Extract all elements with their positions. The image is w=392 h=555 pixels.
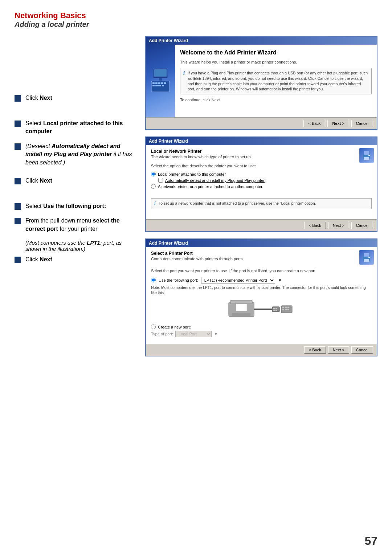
svg-rect-35	[287, 309, 289, 310]
wizard1-titlebar: Add Printer Wizard	[146, 37, 377, 45]
step4-instruction: Click Next	[15, 177, 52, 185]
svg-rect-34	[285, 309, 287, 310]
wizard3-section-title: Select a Printer Port	[151, 251, 372, 256]
step2-text: Select Local printer attached to this co…	[25, 119, 138, 136]
step1-instruction: Click Next	[15, 94, 52, 102]
wizard3-dialog: Add Printer Wizard Select a Printer Port…	[145, 238, 377, 356]
svg-rect-8	[162, 85, 164, 86]
wizard1-content: Welcome to the Add Printer Wizard This w…	[175, 45, 377, 117]
bullet-3	[15, 143, 21, 150]
svg-point-15	[368, 155, 370, 156]
wizard2-option3: A network printer, or a printer attached…	[151, 184, 372, 189]
wizard3-section-subtitle: Computers communicate with printers thro…	[151, 257, 372, 261]
svg-rect-14	[364, 157, 369, 160]
svg-rect-6	[152, 85, 155, 86]
wizard2-section-title: Local or Network Printer	[151, 149, 372, 154]
page-number: 57	[364, 534, 377, 548]
svg-rect-31	[285, 307, 287, 308]
wizard1-next-btn[interactable]: Next >	[327, 120, 349, 127]
wizard2-info-box: i To set up a network printer that is no…	[151, 198, 372, 209]
wizard1-dialog: Add Printer Wizard	[145, 36, 377, 130]
wizard2-next-btn[interactable]: Next >	[328, 222, 349, 229]
svg-rect-30	[282, 307, 284, 308]
svg-rect-17	[364, 253, 369, 257]
wizard1-welcome-title: Welcome to the Add Printer Wizard	[180, 49, 372, 57]
printer-illustration	[151, 298, 372, 320]
step6-instruction: From the pull-down menu select the corre…	[15, 217, 138, 233]
page-subtitle: Adding a local printer	[15, 20, 377, 29]
step8-instruction: Click Next	[15, 256, 138, 264]
wizard2-footer: < Back Next > Cancel	[146, 219, 377, 231]
wizard3-cancel-btn[interactable]: Cancel	[351, 346, 373, 354]
wizard3-titlebar: Add Printer Wizard	[146, 239, 377, 247]
wizard1-back-btn[interactable]: < Back	[303, 120, 325, 127]
wizard1-decorative-svg	[150, 66, 171, 95]
wizard2-back-btn[interactable]: < Back	[304, 222, 326, 229]
step3-instruction: (Deselect Automatically detect and insta…	[15, 142, 138, 167]
step3-text: (Deselect Automatically detect and insta…	[25, 142, 138, 167]
step4-text: Click Next	[25, 177, 52, 185]
svg-rect-18	[364, 259, 369, 262]
wizard1-info-text: If you have a Plug and Play printer that…	[188, 70, 368, 92]
wizard3-icon	[359, 250, 374, 265]
svg-rect-13	[364, 151, 369, 155]
wizard2-checkbox2[interactable]	[158, 178, 163, 183]
svg-rect-3	[158, 82, 160, 84]
svg-rect-27	[273, 310, 275, 311]
wizard3-back-btn[interactable]: < Back	[304, 346, 326, 354]
left-panel: Click Next Select Local printer attached…	[15, 36, 145, 270]
step2-instruction: Select Local printer attached to this co…	[15, 119, 138, 136]
printer-port-illustration	[225, 298, 298, 320]
svg-rect-7	[155, 85, 161, 86]
wizard2-option2-label: Automatically detect and install my Plug…	[165, 178, 265, 183]
wizard3-radio-create-port[interactable]	[151, 325, 156, 329]
wizard3-radio-use-port[interactable]	[151, 278, 156, 282]
wizard2-option1: Local printer attached to this computer	[151, 172, 372, 176]
svg-point-19	[368, 257, 370, 258]
svg-rect-4	[161, 82, 163, 84]
wizard3-port-select[interactable]: LPT1: (Recommended Printer Port)	[201, 277, 275, 283]
step8-text: Click Next	[25, 256, 52, 264]
wizard1-footer: < Back Next > Cancel	[146, 117, 377, 129]
svg-rect-1	[152, 82, 155, 84]
lpt1-note: (Most computers use the LPT1: port, as s…	[15, 240, 138, 252]
wizard2-prompt: Select the option that describes the pri…	[151, 163, 372, 169]
wizard3-body: Select a Printer Port Computers communic…	[146, 247, 377, 344]
wizard3-printer-svg	[361, 252, 372, 263]
info-icon-2: i	[154, 201, 156, 207]
step5-text: Select Use the following port:	[25, 202, 106, 210]
page-header: Networking Basics Adding a local printer	[15, 11, 377, 29]
right-panel: Add Printer Wizard	[145, 36, 377, 356]
wizard1-continue-text: To continue, click Next.	[180, 97, 372, 103]
wizard2-radio1[interactable]	[151, 172, 156, 176]
wizard3-prompt: Select the port you want your printer to…	[151, 268, 372, 274]
wizard3-port-row: Use the following port: LPT1: (Recommend…	[151, 277, 372, 283]
wizard2-radio3[interactable]	[151, 184, 156, 189]
svg-rect-10	[154, 69, 167, 77]
wizard3-port-type-select: Local Port	[175, 331, 212, 337]
svg-rect-28	[275, 310, 277, 311]
wizard2-printer-svg	[361, 150, 372, 161]
main-layout: Click Next Select Local printer attached…	[15, 36, 377, 356]
wizard2-option2: Automatically detect and install my Plug…	[158, 178, 372, 183]
bullet-6	[15, 218, 21, 224]
wizard2-options: Local printer attached to this computer …	[151, 172, 372, 189]
svg-rect-5	[164, 82, 166, 84]
svg-rect-23	[236, 304, 247, 311]
svg-rect-26	[275, 308, 277, 309]
svg-rect-32	[287, 307, 289, 308]
wizard3-create-port-row: Create a new port:	[151, 325, 372, 329]
wizard3-port-type-row: Type of port: Local Port ▼	[151, 331, 372, 337]
wizard1-body: Welcome to the Add Printer Wizard This w…	[146, 45, 377, 117]
step1-text: Click Next	[25, 94, 52, 102]
bullet-5	[15, 203, 21, 210]
wizard2-icon	[359, 148, 374, 163]
wizard3-next-btn[interactable]: Next >	[328, 346, 349, 354]
wizard2-titlebar: Add Printer Wizard	[146, 137, 377, 145]
wizard1-cancel-btn[interactable]: Cancel	[351, 120, 373, 127]
wizard1-image	[146, 45, 175, 117]
wizard2-option1-label: Local printer attached to this computer	[158, 172, 226, 176]
wizard2-cancel-btn[interactable]: Cancel	[351, 222, 373, 229]
wizard3-create-port-label: Create a new port:	[158, 325, 191, 329]
wizard2-option3-label: A network printer, or a printer attached…	[158, 184, 262, 189]
